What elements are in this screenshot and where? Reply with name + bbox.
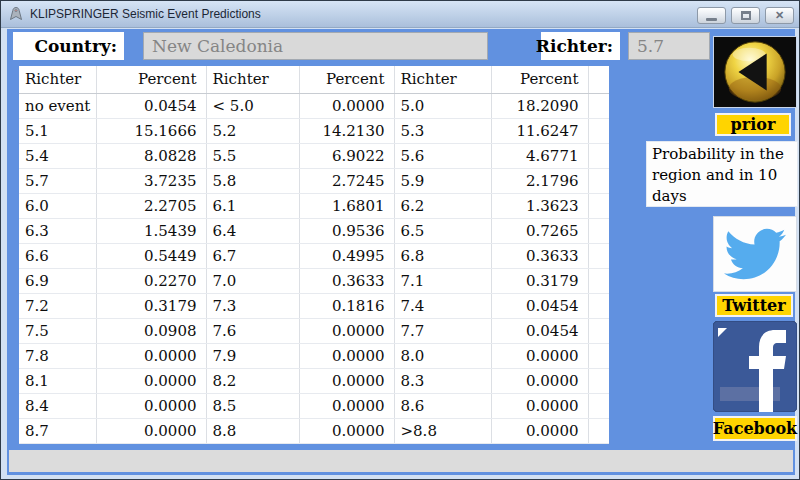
richter-cell: 5.3 — [394, 118, 491, 143]
percent-cell: 0.0000 — [491, 393, 588, 418]
percent-cell: 0.0000 — [299, 393, 394, 418]
percent-cell: 0.2270 — [96, 268, 206, 293]
prior-label[interactable]: prior — [715, 113, 791, 136]
richter-cell: 8.5 — [206, 393, 299, 418]
filler-cell — [588, 93, 609, 118]
twitter-bird-icon — [724, 223, 786, 285]
richter-cell: 6.3 — [19, 218, 96, 243]
percent-cell: 15.1666 — [96, 118, 206, 143]
richter-cell: 6.1 — [206, 193, 299, 218]
richter-cell: no event — [19, 93, 96, 118]
richter-cell: 7.4 — [394, 293, 491, 318]
percent-cell: 0.9536 — [299, 218, 394, 243]
percent-cell: 0.3179 — [96, 293, 206, 318]
header-percent-1: Percent — [96, 66, 206, 93]
percent-cell: 0.0454 — [96, 93, 206, 118]
percent-cell: 2.7245 — [299, 168, 394, 193]
percent-cell: 0.0000 — [96, 368, 206, 393]
richter-cell: 8.3 — [394, 368, 491, 393]
header-percent-2: Percent — [299, 66, 394, 93]
facebook-button[interactable] — [713, 321, 797, 412]
percent-cell: 0.0454 — [491, 318, 588, 343]
header-filler — [588, 66, 609, 93]
richter-cell: 6.5 — [394, 218, 491, 243]
close-icon: ✕ — [775, 9, 784, 22]
filler-cell — [588, 243, 609, 268]
percent-cell: 2.2705 — [96, 193, 206, 218]
maximize-button[interactable] — [731, 7, 760, 24]
info-text: Probability in the region and in 10 days — [646, 141, 798, 207]
percent-cell: 0.3633 — [491, 243, 588, 268]
percent-cell: 0.0000 — [299, 418, 394, 443]
richter-label: Richter: — [541, 32, 620, 60]
minimize-button[interactable] — [697, 7, 726, 24]
window-title: KLIPSPRINGER Seismic Event Predictions — [30, 7, 261, 21]
percent-cell: 0.0454 — [491, 293, 588, 318]
richter-cell: 6.7 — [206, 243, 299, 268]
percent-cell: 1.3623 — [491, 193, 588, 218]
richter-cell: 8.8 — [206, 418, 299, 443]
percent-cell: 0.0000 — [96, 343, 206, 368]
richter-cell: 7.6 — [206, 318, 299, 343]
percent-cell: 0.0000 — [299, 318, 394, 343]
country-label: Country: — [13, 32, 124, 60]
richter-cell: 7.5 — [19, 318, 96, 343]
header-richter-2: Richter — [206, 66, 299, 93]
percent-cell: 4.6771 — [491, 143, 588, 168]
close-button[interactable]: ✕ — [765, 7, 794, 24]
percent-cell: 1.6801 — [299, 193, 394, 218]
status-strip — [9, 450, 793, 472]
richter-cell: 5.5 — [206, 143, 299, 168]
table-row: 5.73.72355.82.72455.92.1796 — [19, 168, 609, 193]
filler-cell — [588, 268, 609, 293]
richter-cell: 5.0 — [394, 93, 491, 118]
filler-cell — [588, 343, 609, 368]
title-bar[interactable]: KLIPSPRINGER Seismic Event Predictions ✕ — [1, 1, 799, 28]
percent-cell: 0.0000 — [96, 418, 206, 443]
percent-cell: 0.4995 — [299, 243, 394, 268]
prior-button[interactable] — [713, 36, 797, 108]
filler-cell — [588, 293, 609, 318]
table-row: 5.48.08285.56.90225.64.6771 — [19, 143, 609, 168]
table-row: 7.80.00007.90.00008.00.0000 — [19, 343, 609, 368]
filler-cell — [588, 143, 609, 168]
percent-cell: 0.7265 — [491, 218, 588, 243]
richter-cell: 7.9 — [206, 343, 299, 368]
percent-cell: 0.0000 — [96, 393, 206, 418]
percent-cell: 0.0000 — [299, 343, 394, 368]
prediction-table: Richter Percent Richter Percent Richter … — [19, 66, 609, 444]
twitter-button[interactable] — [713, 216, 797, 292]
percent-cell: 2.1796 — [491, 168, 588, 193]
filler-cell — [588, 318, 609, 343]
percent-cell: 11.6247 — [491, 118, 588, 143]
percent-cell: 0.0000 — [299, 93, 394, 118]
richter-cell: 8.6 — [394, 393, 491, 418]
facebook-label[interactable]: Facebook — [713, 416, 797, 441]
country-input[interactable]: New Caledonia — [143, 32, 488, 60]
twitter-label[interactable]: Twitter — [715, 294, 793, 317]
percent-cell: 0.3179 — [491, 268, 588, 293]
richter-cell: 6.4 — [206, 218, 299, 243]
table-row: 8.70.00008.80.0000>8.80.0000 — [19, 418, 609, 443]
richter-cell: 5.4 — [19, 143, 96, 168]
richter-cell: 8.2 — [206, 368, 299, 393]
percent-cell: 0.3633 — [299, 268, 394, 293]
richter-cell: 7.1 — [394, 268, 491, 293]
richter-input[interactable]: 5.7 — [628, 32, 710, 60]
filler-cell — [588, 193, 609, 218]
percent-cell: 18.2090 — [491, 93, 588, 118]
richter-cell: 5.1 — [19, 118, 96, 143]
richter-cell: >8.8 — [394, 418, 491, 443]
richter-cell: 7.0 — [206, 268, 299, 293]
facebook-f-icon — [713, 321, 797, 412]
percent-cell: 6.9022 — [299, 143, 394, 168]
filler-cell — [588, 118, 609, 143]
richter-cell: 5.2 — [206, 118, 299, 143]
percent-cell: 0.0000 — [491, 368, 588, 393]
percent-cell: 3.7235 — [96, 168, 206, 193]
richter-cell: 8.1 — [19, 368, 96, 393]
filler-cell — [588, 418, 609, 443]
richter-cell: 6.2 — [394, 193, 491, 218]
percent-cell: 14.2130 — [299, 118, 394, 143]
filler-cell — [588, 218, 609, 243]
